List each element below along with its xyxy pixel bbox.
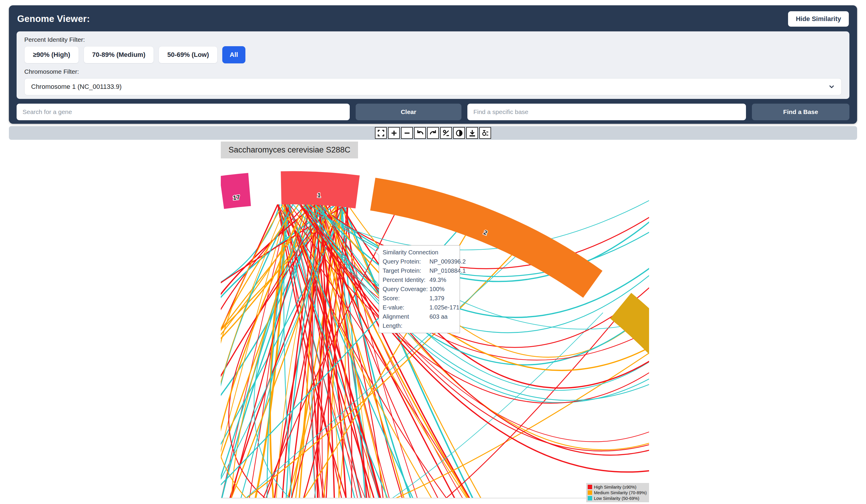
tooltip-rows: Query Protein:NP_009396.2Target Protein:… [382,257,456,331]
similarity-link[interactable] [221,204,289,504]
chromosome-label: 1 [317,192,321,199]
cluster-button[interactable] [479,127,491,139]
tooltip-row-value: NP_010884.1 [430,266,466,275]
percent-filter-button-0[interactable]: ≥90% (High) [24,46,79,64]
legend-swatch [588,485,592,489]
tooltip-row-value: 1.025e-171 [430,303,466,312]
tooltip-row-value: 49.3% [430,275,466,285]
undo-button[interactable] [414,127,426,139]
chromosome-label: 17 [233,194,240,201]
tooltip-row-value: 1,379 [430,294,466,303]
tooltip-row-value: 100% [430,285,466,294]
genome-viewer-page: { "header": { "title": "Genome Viewer:",… [0,0,866,504]
legend-row: High Similarity (≥90%) [588,484,647,490]
tooltip-row-label: Alignment Length: [382,312,430,331]
tooltip-row-label: Target Protein: [382,266,430,275]
legend-label: Low Similarity (50-69%) [594,496,639,501]
search-row: Clear Find a Base [16,104,850,120]
similarity-links[interactable] [221,198,649,504]
app-header: Genome Viewer: Hide Similarity [9,5,857,27]
redo-button[interactable] [427,127,439,139]
genome-visualization: 1712 Saccharomyces cerevisiae S288C Simi… [221,141,649,504]
legend-row: Medium Similarity (70-89%) [588,490,647,495]
tooltip-row-label: Query Coverage: [382,285,430,294]
percent-identity-buttons: ≥90% (High)70-89% (Medium)50-69% (Low)Al… [24,46,842,64]
legend-label: High Similarity (≥90%) [594,485,636,490]
similarity-legend: High Similarity (≥90%)Medium Similarity … [586,483,649,502]
chromosome-select-value: Chromosome 1 (NC_001133.9) [31,83,122,91]
redo-icon [429,129,437,137]
hide-similarity-button[interactable]: Hide Similarity [788,11,849,27]
page-title: Genome Viewer: [17,14,90,24]
zoom-out-button[interactable] [401,127,413,139]
chromosome-select[interactable]: Chromosome 1 (NC_001133.9) [24,78,842,95]
legend-label: Medium Similarity (70-89%) [594,490,647,495]
contrast-icon [455,129,463,137]
clear-button[interactable]: Clear [356,104,462,120]
zoom-in-icon [390,129,398,137]
percent-identity-button[interactable] [440,127,452,139]
legend-swatch [588,490,592,495]
percent-identity-icon [442,129,450,137]
zoom-in-button[interactable] [388,127,400,139]
filter-panel: Percent Identity Filter: ≥90% (High)70-8… [16,31,850,99]
undo-icon [416,129,424,137]
percent-filter-button-2[interactable]: 50-69% (Low) [158,46,218,64]
percent-filter-button-3[interactable]: All [222,46,245,64]
chromosome-arc-17[interactable] [222,190,249,193]
zoom-out-icon [403,129,411,137]
download-button[interactable] [466,127,478,139]
app-card: Genome Viewer: Hide Similarity Percent I… [9,5,857,124]
contrast-button[interactable] [453,127,465,139]
cluster-icon [481,129,489,137]
tooltip-row-label: Percent Identity: [382,275,430,285]
percent-filter-button-1[interactable]: 70-89% (Medium) [84,46,154,64]
chromosome-arc-1[interactable] [281,188,358,192]
tooltip-title: Similarity Connection [382,248,456,257]
percent-identity-filter-label: Percent Identity Filter: [24,36,842,43]
tooltip-row-label: E-value: [382,303,430,312]
fullscreen-button[interactable] [375,127,387,139]
similarity-link[interactable] [221,204,286,458]
organism-title: Saccharomyces cerevisiae S288C [221,141,358,158]
chromosome-filter-label: Chromosome Filter: [24,68,842,75]
chevron-down-icon [828,83,835,90]
chromosome-arc-clipped[interactable] [621,306,649,355]
similarity-tooltip: Similarity Connection Query Protein:NP_0… [379,245,460,333]
legend-row: Low Similarity (50-69%) [588,495,647,501]
legend-swatch [588,496,592,501]
similarity-link[interactable] [365,354,648,504]
tooltip-row-value: 603 aa [430,312,466,331]
base-search-input[interactable] [467,104,746,120]
fullscreen-icon [377,129,385,137]
download-icon [468,129,476,137]
tooltip-row-label: Query Protein: [382,257,430,266]
tooltip-row-value: NP_009396.2 [430,257,466,266]
find-base-button[interactable]: Find a Base [752,104,850,120]
gene-search-input[interactable] [16,104,350,120]
tooltip-row-label: Score: [382,294,430,303]
visualization-toolbar [9,126,857,140]
